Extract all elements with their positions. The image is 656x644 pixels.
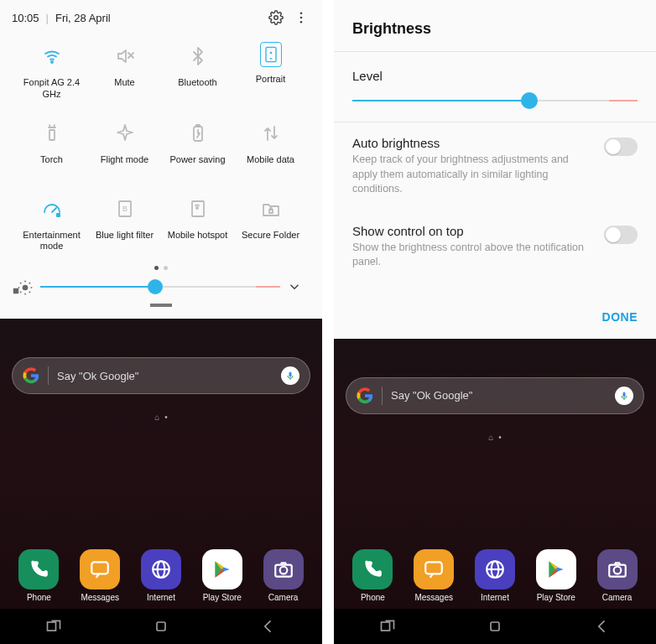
qs-tile-torch[interactable]: Torch	[15, 111, 88, 186]
app-globe[interactable]: Internet	[136, 549, 186, 602]
brightness-settings-panel: Brightness Level Auto brightness Keep tr…	[334, 0, 656, 339]
quick-settings-grid: Fonpit AG 2.4 GHzMuteBluetoothPortraitTo…	[12, 27, 310, 262]
google-logo-icon	[357, 387, 373, 404]
app-label: Messages	[414, 593, 453, 602]
qs-tile-label: Secure Folder	[242, 230, 299, 252]
show-control-on-top-row[interactable]: Show control on top Show the brightness …	[334, 210, 656, 283]
qs-tile-securefolder[interactable]: Secure Folder	[234, 186, 307, 263]
app-label: Camera	[602, 593, 633, 602]
status-bar: 10:05 | Fri, 28 April	[12, 8, 310, 27]
svg-point-1	[300, 12, 303, 14]
pager-dot-current	[154, 266, 159, 270]
search-placeholder: Say "Ok Google"	[57, 370, 273, 382]
msg-app-icon	[414, 549, 454, 589]
notification-panel: 10:05 | Fri, 28 April Fonpit AG 2.4 GHzM…	[0, 0, 322, 319]
portrait-icon	[260, 42, 282, 67]
qs-tile-label: Power saving	[169, 154, 225, 176]
qs-tile-portrait[interactable]: Portrait	[234, 34, 307, 111]
brightness-slider-thumb[interactable]	[148, 279, 163, 294]
qs-tile-label: Fonpit AG 2.4 GHz	[17, 77, 86, 101]
qs-tile-gauge[interactable]: Entertainment mode	[15, 186, 88, 263]
app-dock: PhoneMessagesInternetPlay StoreCamera	[0, 543, 322, 609]
app-label: Phone	[27, 593, 51, 602]
google-search-bar[interactable]: Say "Ok Google"	[346, 377, 644, 414]
homescreen: Say "Ok Google" ⌂ • PhoneMessagesInterne…	[0, 319, 322, 644]
level-slider-thumb[interactable]	[521, 92, 538, 109]
qs-tile-label: Blue light filter	[96, 230, 154, 252]
app-play[interactable]: Play Store	[531, 549, 581, 602]
play-app-icon	[202, 549, 242, 589]
wifi-icon	[38, 42, 66, 70]
home-indicator-icon: ⌂	[154, 413, 159, 422]
qs-tile-label: Flight mode	[101, 154, 148, 176]
panel-expand-icon[interactable]	[287, 279, 302, 294]
app-phone[interactable]: Phone	[347, 549, 398, 602]
svg-point-18	[23, 285, 29, 291]
svg-rect-12	[56, 213, 60, 217]
auto-brightness-icon[interactable]	[17, 279, 34, 294]
globe-app-icon	[475, 549, 515, 589]
msg-app-icon	[80, 549, 120, 589]
settings-gear-icon[interactable]	[267, 8, 285, 27]
app-dock: PhoneMessagesInternetPlay StoreCamera	[334, 543, 656, 609]
bluefilter-icon: B	[111, 195, 139, 223]
app-globe[interactable]: Internet	[470, 549, 520, 602]
securefolder-icon	[257, 195, 285, 223]
qs-tile-label: Mute	[114, 77, 134, 99]
qs-tile-hotspot[interactable]: Mobile hotspot	[161, 186, 234, 263]
brightness-row	[12, 272, 310, 302]
settings-title: Brightness	[334, 15, 656, 51]
qs-tile-wifi[interactable]: Fonpit AG 2.4 GHz	[15, 34, 88, 111]
panel-drag-handle[interactable]	[12, 302, 310, 314]
camera-app-icon	[597, 549, 638, 589]
homescreen-pager: ⌂ •	[0, 413, 322, 422]
status-time: 10:05	[12, 12, 39, 24]
gauge-icon	[38, 195, 66, 223]
auto-brightness-row[interactable]: Auto brightness Keep track of your brigh…	[334, 122, 656, 210]
app-label: Messages	[81, 593, 119, 602]
qs-tile-label: Mobile data	[247, 154, 294, 176]
phone-right-brightness-settings: Brightness Level Auto brightness Keep tr…	[334, 0, 656, 644]
qs-tile-airplane[interactable]: Flight mode	[88, 111, 161, 186]
airplane-icon	[111, 119, 139, 148]
show-control-toggle[interactable]	[604, 226, 638, 244]
app-play[interactable]: Play Store	[197, 549, 247, 602]
app-label: Internet	[481, 593, 509, 602]
svg-point-31	[613, 567, 621, 574]
svg-rect-7	[266, 47, 276, 61]
battery-icon	[184, 119, 212, 148]
qs-tile-mute[interactable]: Mute	[88, 34, 161, 111]
qs-tile-label: Entertainment mode	[17, 230, 86, 253]
voice-search-icon[interactable]	[615, 387, 633, 405]
search-placeholder: Say "Ok Google"	[391, 389, 607, 402]
level-slider[interactable]	[352, 91, 638, 110]
qs-tile-bluefilter[interactable]: BBlue light filter	[88, 186, 161, 263]
auto-brightness-toggle[interactable]	[604, 138, 638, 156]
quick-settings-pager[interactable]	[12, 262, 310, 272]
status-date: Fri, 28 April	[55, 12, 111, 24]
voice-search-icon[interactable]	[281, 366, 299, 385]
qs-tile-battery[interactable]: Power saving	[161, 111, 234, 186]
svg-point-24	[279, 567, 287, 574]
google-logo-icon	[23, 367, 39, 384]
overflow-menu-icon[interactable]	[292, 8, 310, 27]
qs-tile-label: Torch	[40, 154, 63, 176]
svg-rect-20	[91, 562, 108, 574]
done-button[interactable]: DONE	[602, 310, 638, 324]
app-msg[interactable]: Messages	[75, 549, 125, 602]
app-msg[interactable]: Messages	[409, 549, 459, 602]
qs-tile-mobiledata[interactable]: Mobile data	[234, 111, 307, 186]
homescreen-pager: ⌂ •	[334, 433, 656, 442]
qs-tile-bluetooth[interactable]: Bluetooth	[161, 34, 234, 111]
qs-tile-label: Portrait	[256, 74, 285, 96]
svg-point-0	[274, 16, 279, 20]
svg-rect-19	[13, 288, 18, 293]
app-phone[interactable]: Phone	[13, 549, 64, 602]
app-camera[interactable]: Camera	[592, 549, 643, 602]
brightness-slider[interactable]	[40, 278, 280, 295]
pager-dot	[164, 266, 168, 270]
google-search-bar[interactable]: Say "Ok Google"	[12, 357, 310, 394]
mobiledata-icon	[257, 119, 285, 148]
app-camera[interactable]: Camera	[258, 549, 309, 602]
svg-point-16	[196, 207, 198, 209]
